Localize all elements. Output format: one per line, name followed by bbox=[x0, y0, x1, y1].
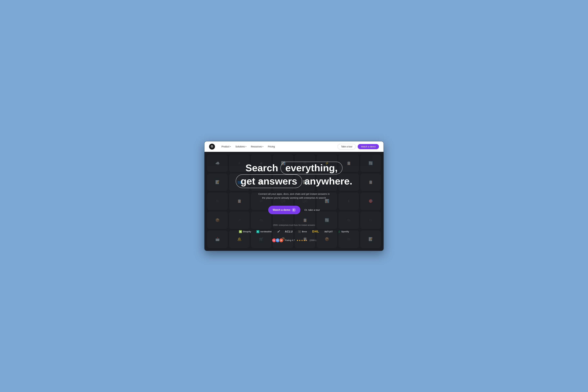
headline-search-text: Search bbox=[246, 162, 278, 174]
browser-window: G Product ▾ Solutions ▾ Resources ▾ Pric… bbox=[204, 141, 384, 251]
logo[interactable]: G bbox=[209, 144, 215, 150]
brand-nike: ✓ bbox=[277, 230, 280, 234]
brand-dhl: DHL bbox=[312, 230, 319, 233]
play-icon: ▶ bbox=[292, 208, 296, 212]
headline-get-answers-pill: get answers bbox=[236, 174, 302, 188]
cta-demo-button[interactable]: Watch a demo ▶ bbox=[268, 206, 301, 214]
nav-resources[interactable]: Resources ▾ bbox=[251, 145, 263, 148]
chevron-down-icon: ▾ bbox=[246, 146, 246, 148]
headline-line1: Search everything, bbox=[236, 162, 352, 174]
brex-icon: ⬛ bbox=[298, 230, 301, 233]
capterra-badge: ➤ bbox=[279, 238, 284, 242]
brand-shopify: 🛍 Shopify bbox=[239, 230, 251, 233]
spotify-icon: ♫ bbox=[338, 230, 340, 233]
headline-line2: get answers anywhere. bbox=[236, 174, 352, 188]
nike-swoosh-icon: ✓ bbox=[277, 230, 280, 234]
headline: Search everything, get answers anywhere. bbox=[236, 162, 352, 188]
navbar: G Product ▾ Solutions ▾ Resources ▾ Pric… bbox=[205, 142, 383, 152]
brand-nerdwallet: N nerdwallet bbox=[256, 230, 272, 233]
rating-stars: ★★★★★★ bbox=[296, 239, 308, 242]
cta-tour-button[interactable]: Or, take a tour bbox=[304, 208, 320, 211]
headline-anywhere-text: anywhere. bbox=[304, 175, 352, 187]
headline-everything-pill: everything, bbox=[280, 162, 342, 174]
brand-intuit: INTUIT bbox=[325, 230, 333, 233]
logo-icon: G bbox=[209, 144, 215, 150]
rating-label: Rating 4.7 bbox=[285, 239, 295, 242]
nav-product[interactable]: Product ▾ bbox=[222, 145, 231, 148]
watch-demo-button[interactable]: Watch a demo bbox=[358, 144, 379, 149]
chevron-down-icon: ▾ bbox=[230, 146, 231, 148]
logo-bar: 🛍 Shopify N nerdwallet ✓ ACLU ⬛ bbox=[208, 230, 380, 234]
rating-count: (2000+) bbox=[310, 239, 316, 242]
shopify-icon: 🛍 bbox=[239, 230, 242, 233]
nav-solutions[interactable]: Solutions ▾ bbox=[235, 145, 246, 148]
trust-section: 2500+ enterprises trust Guru for instant… bbox=[208, 224, 380, 242]
chevron-down-icon: ▾ bbox=[262, 146, 263, 148]
cta-row: Watch a demo ▶ Or, take a tour bbox=[268, 206, 320, 214]
nav-buttons: Take a tour Watch a demo bbox=[338, 144, 379, 150]
nerdwallet-icon: N bbox=[256, 230, 259, 233]
nav-links: Product ▾ Solutions ▾ Resources ▾ Pricin… bbox=[222, 145, 332, 148]
trust-label: 2500+ enterprises trust Guru for instant… bbox=[273, 224, 315, 226]
rating-badges: G2 TR ➤ bbox=[272, 238, 284, 242]
brand-spotify: ♫ Spotify bbox=[338, 230, 349, 233]
take-tour-button[interactable]: Take a tour bbox=[338, 144, 356, 150]
hero-section: ☁️ # ◆ 📊 ✉ ⚡ 📋 🔄 📝 👥 📊 ✉ 📊 ↗ M 📋 N 📋 ✉ Q… bbox=[205, 152, 383, 251]
rating-row: G2 TR ➤ Rating 4.7 ★★★★★★ (2000+) bbox=[272, 238, 316, 242]
subheadline: Connect all your apps, docs, and chats a… bbox=[256, 192, 332, 200]
nav-pricing[interactable]: Pricing bbox=[268, 145, 275, 148]
brand-brex: ⬛ Brex bbox=[298, 230, 307, 233]
hero-content: Search everything, get answers anywhere.… bbox=[208, 162, 380, 242]
brand-aclu: ACLU bbox=[285, 230, 293, 233]
